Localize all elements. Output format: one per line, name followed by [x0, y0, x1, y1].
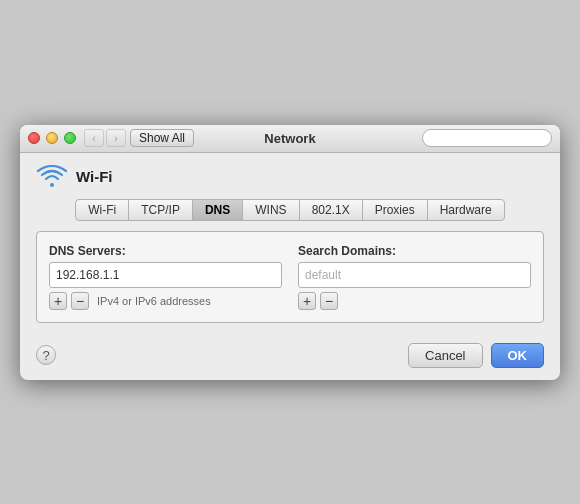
forward-button[interactable]: ›: [106, 129, 126, 147]
titlebar: ‹ › Show All Network ●: [20, 125, 560, 153]
search-domains-placeholder: default: [305, 267, 524, 283]
tabs-container: Wi-Fi TCP/IP DNS WINS 802.1X Proxies Har…: [36, 199, 544, 221]
tab-wins[interactable]: WINS: [242, 199, 299, 221]
tab-hardware[interactable]: Hardware: [427, 199, 505, 221]
maximize-button[interactable]: [64, 132, 76, 144]
domains-add-button[interactable]: +: [298, 292, 316, 310]
wifi-header: Wi-Fi: [36, 165, 544, 189]
dns-panel: DNS Servers: 192.168.1.1 + − IPv4 or IPv…: [36, 231, 544, 323]
search-domains-list[interactable]: default: [298, 262, 531, 288]
dns-add-button[interactable]: +: [49, 292, 67, 310]
content-area: Wi-Fi Wi-Fi TCP/IP DNS WINS 802.1X Proxi…: [20, 153, 560, 333]
search-domains-controls: + −: [298, 292, 531, 310]
search-input[interactable]: [422, 129, 552, 147]
ok-button[interactable]: OK: [491, 343, 545, 368]
tab-wifi[interactable]: Wi-Fi: [75, 199, 129, 221]
tab-tcpip[interactable]: TCP/IP: [128, 199, 193, 221]
dns-servers-col: DNS Servers: 192.168.1.1 + − IPv4 or IPv…: [49, 244, 282, 310]
search-container: ●: [422, 129, 552, 147]
dns-servers-list[interactable]: 192.168.1.1: [49, 262, 282, 288]
help-button[interactable]: ?: [36, 345, 56, 365]
dns-servers-label: DNS Servers:: [49, 244, 282, 258]
nav-buttons: ‹ ›: [84, 129, 126, 147]
cancel-button[interactable]: Cancel: [408, 343, 482, 368]
close-button[interactable]: [28, 132, 40, 144]
wifi-icon: [36, 165, 68, 189]
minimize-button[interactable]: [46, 132, 58, 144]
tab-dns[interactable]: DNS: [192, 199, 243, 221]
domains-remove-button[interactable]: −: [320, 292, 338, 310]
search-domains-col: Search Domains: default + −: [298, 244, 531, 310]
traffic-lights: [28, 132, 76, 144]
back-button[interactable]: ‹: [84, 129, 104, 147]
search-domains-label: Search Domains:: [298, 244, 531, 258]
show-all-button[interactable]: Show All: [130, 129, 194, 147]
dns-remove-button[interactable]: −: [71, 292, 89, 310]
window-title: Network: [264, 131, 315, 146]
action-buttons: Cancel OK: [408, 343, 544, 368]
panel-row: DNS Servers: 192.168.1.1 + − IPv4 or IPv…: [49, 244, 531, 310]
bottom-bar: ? Cancel OK: [20, 333, 560, 380]
wifi-label: Wi-Fi: [76, 168, 113, 185]
dns-hint: IPv4 or IPv6 addresses: [97, 295, 211, 307]
tab-8021x[interactable]: 802.1X: [299, 199, 363, 221]
network-window: ‹ › Show All Network ● Wi-Fi Wi-F: [20, 125, 560, 380]
dns-servers-controls: + − IPv4 or IPv6 addresses: [49, 292, 282, 310]
tab-proxies[interactable]: Proxies: [362, 199, 428, 221]
list-item: 192.168.1.1: [56, 267, 275, 283]
